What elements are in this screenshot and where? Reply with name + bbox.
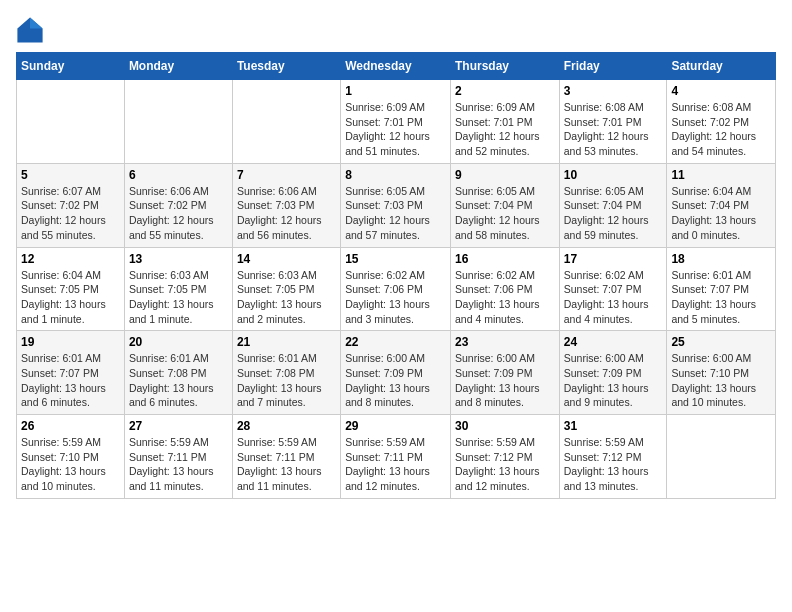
day-info: Sunrise: 6:06 AMSunset: 7:02 PMDaylight:…	[129, 184, 228, 243]
day-number: 12	[21, 252, 120, 266]
weekday-header-friday: Friday	[559, 53, 667, 80]
calendar-week-row: 26Sunrise: 5:59 AMSunset: 7:10 PMDayligh…	[17, 415, 776, 499]
calendar-cell: 7Sunrise: 6:06 AMSunset: 7:03 PMDaylight…	[232, 163, 340, 247]
day-info: Sunrise: 6:05 AMSunset: 7:04 PMDaylight:…	[455, 184, 555, 243]
day-number: 2	[455, 84, 555, 98]
day-number: 27	[129, 419, 228, 433]
calendar-cell: 4Sunrise: 6:08 AMSunset: 7:02 PMDaylight…	[667, 80, 776, 164]
day-number: 24	[564, 335, 663, 349]
calendar-cell: 28Sunrise: 5:59 AMSunset: 7:11 PMDayligh…	[232, 415, 340, 499]
calendar-cell: 20Sunrise: 6:01 AMSunset: 7:08 PMDayligh…	[124, 331, 232, 415]
calendar-cell: 26Sunrise: 5:59 AMSunset: 7:10 PMDayligh…	[17, 415, 125, 499]
calendar-cell: 23Sunrise: 6:00 AMSunset: 7:09 PMDayligh…	[450, 331, 559, 415]
calendar-cell: 11Sunrise: 6:04 AMSunset: 7:04 PMDayligh…	[667, 163, 776, 247]
day-info: Sunrise: 5:59 AMSunset: 7:10 PMDaylight:…	[21, 435, 120, 494]
header	[16, 16, 776, 44]
calendar-cell: 3Sunrise: 6:08 AMSunset: 7:01 PMDaylight…	[559, 80, 667, 164]
day-info: Sunrise: 6:05 AMSunset: 7:03 PMDaylight:…	[345, 184, 446, 243]
day-number: 19	[21, 335, 120, 349]
day-number: 16	[455, 252, 555, 266]
day-number: 25	[671, 335, 771, 349]
day-info: Sunrise: 6:03 AMSunset: 7:05 PMDaylight:…	[237, 268, 336, 327]
calendar-week-row: 5Sunrise: 6:07 AMSunset: 7:02 PMDaylight…	[17, 163, 776, 247]
calendar-week-row: 19Sunrise: 6:01 AMSunset: 7:07 PMDayligh…	[17, 331, 776, 415]
day-info: Sunrise: 6:09 AMSunset: 7:01 PMDaylight:…	[455, 100, 555, 159]
calendar-cell: 1Sunrise: 6:09 AMSunset: 7:01 PMDaylight…	[341, 80, 451, 164]
calendar-cell: 18Sunrise: 6:01 AMSunset: 7:07 PMDayligh…	[667, 247, 776, 331]
day-info: Sunrise: 5:59 AMSunset: 7:12 PMDaylight:…	[455, 435, 555, 494]
weekday-header-thursday: Thursday	[450, 53, 559, 80]
calendar-cell: 19Sunrise: 6:01 AMSunset: 7:07 PMDayligh…	[17, 331, 125, 415]
day-info: Sunrise: 6:01 AMSunset: 7:07 PMDaylight:…	[671, 268, 771, 327]
day-number: 30	[455, 419, 555, 433]
day-number: 14	[237, 252, 336, 266]
logo-icon	[16, 16, 44, 44]
day-info: Sunrise: 6:00 AMSunset: 7:09 PMDaylight:…	[345, 351, 446, 410]
day-number: 28	[237, 419, 336, 433]
day-number: 5	[21, 168, 120, 182]
calendar-cell	[124, 80, 232, 164]
day-info: Sunrise: 6:01 AMSunset: 7:08 PMDaylight:…	[237, 351, 336, 410]
weekday-header-monday: Monday	[124, 53, 232, 80]
calendar-cell: 25Sunrise: 6:00 AMSunset: 7:10 PMDayligh…	[667, 331, 776, 415]
day-number: 1	[345, 84, 446, 98]
calendar-cell: 31Sunrise: 5:59 AMSunset: 7:12 PMDayligh…	[559, 415, 667, 499]
day-number: 21	[237, 335, 336, 349]
svg-marker-1	[30, 17, 43, 28]
day-info: Sunrise: 6:00 AMSunset: 7:10 PMDaylight:…	[671, 351, 771, 410]
calendar-week-row: 12Sunrise: 6:04 AMSunset: 7:05 PMDayligh…	[17, 247, 776, 331]
calendar-cell: 16Sunrise: 6:02 AMSunset: 7:06 PMDayligh…	[450, 247, 559, 331]
calendar-cell	[17, 80, 125, 164]
day-info: Sunrise: 6:08 AMSunset: 7:02 PMDaylight:…	[671, 100, 771, 159]
day-number: 15	[345, 252, 446, 266]
day-number: 9	[455, 168, 555, 182]
day-info: Sunrise: 6:00 AMSunset: 7:09 PMDaylight:…	[564, 351, 663, 410]
day-number: 17	[564, 252, 663, 266]
weekday-header-tuesday: Tuesday	[232, 53, 340, 80]
calendar-cell: 17Sunrise: 6:02 AMSunset: 7:07 PMDayligh…	[559, 247, 667, 331]
logo	[16, 16, 48, 44]
calendar-cell: 29Sunrise: 5:59 AMSunset: 7:11 PMDayligh…	[341, 415, 451, 499]
day-number: 7	[237, 168, 336, 182]
day-info: Sunrise: 6:04 AMSunset: 7:04 PMDaylight:…	[671, 184, 771, 243]
day-info: Sunrise: 6:05 AMSunset: 7:04 PMDaylight:…	[564, 184, 663, 243]
day-number: 31	[564, 419, 663, 433]
day-number: 26	[21, 419, 120, 433]
day-info: Sunrise: 6:02 AMSunset: 7:06 PMDaylight:…	[455, 268, 555, 327]
calendar-cell: 12Sunrise: 6:04 AMSunset: 7:05 PMDayligh…	[17, 247, 125, 331]
calendar-cell: 13Sunrise: 6:03 AMSunset: 7:05 PMDayligh…	[124, 247, 232, 331]
day-info: Sunrise: 6:07 AMSunset: 7:02 PMDaylight:…	[21, 184, 120, 243]
weekday-header-wednesday: Wednesday	[341, 53, 451, 80]
calendar-week-row: 1Sunrise: 6:09 AMSunset: 7:01 PMDaylight…	[17, 80, 776, 164]
day-info: Sunrise: 5:59 AMSunset: 7:12 PMDaylight:…	[564, 435, 663, 494]
day-number: 20	[129, 335, 228, 349]
weekday-header-saturday: Saturday	[667, 53, 776, 80]
day-info: Sunrise: 6:06 AMSunset: 7:03 PMDaylight:…	[237, 184, 336, 243]
calendar-cell: 21Sunrise: 6:01 AMSunset: 7:08 PMDayligh…	[232, 331, 340, 415]
weekday-header-row: SundayMondayTuesdayWednesdayThursdayFrid…	[17, 53, 776, 80]
calendar-cell: 6Sunrise: 6:06 AMSunset: 7:02 PMDaylight…	[124, 163, 232, 247]
day-info: Sunrise: 6:08 AMSunset: 7:01 PMDaylight:…	[564, 100, 663, 159]
day-info: Sunrise: 5:59 AMSunset: 7:11 PMDaylight:…	[345, 435, 446, 494]
day-number: 8	[345, 168, 446, 182]
calendar-cell: 30Sunrise: 5:59 AMSunset: 7:12 PMDayligh…	[450, 415, 559, 499]
day-info: Sunrise: 6:02 AMSunset: 7:07 PMDaylight:…	[564, 268, 663, 327]
day-number: 22	[345, 335, 446, 349]
day-info: Sunrise: 6:02 AMSunset: 7:06 PMDaylight:…	[345, 268, 446, 327]
weekday-header-sunday: Sunday	[17, 53, 125, 80]
day-number: 3	[564, 84, 663, 98]
day-info: Sunrise: 6:01 AMSunset: 7:08 PMDaylight:…	[129, 351, 228, 410]
day-info: Sunrise: 6:01 AMSunset: 7:07 PMDaylight:…	[21, 351, 120, 410]
day-info: Sunrise: 6:09 AMSunset: 7:01 PMDaylight:…	[345, 100, 446, 159]
calendar-header: SundayMondayTuesdayWednesdayThursdayFrid…	[17, 53, 776, 80]
calendar-cell: 15Sunrise: 6:02 AMSunset: 7:06 PMDayligh…	[341, 247, 451, 331]
day-info: Sunrise: 5:59 AMSunset: 7:11 PMDaylight:…	[237, 435, 336, 494]
day-number: 4	[671, 84, 771, 98]
day-number: 11	[671, 168, 771, 182]
calendar-cell: 27Sunrise: 5:59 AMSunset: 7:11 PMDayligh…	[124, 415, 232, 499]
day-number: 6	[129, 168, 228, 182]
day-number: 13	[129, 252, 228, 266]
calendar-cell: 8Sunrise: 6:05 AMSunset: 7:03 PMDaylight…	[341, 163, 451, 247]
day-number: 29	[345, 419, 446, 433]
day-info: Sunrise: 6:04 AMSunset: 7:05 PMDaylight:…	[21, 268, 120, 327]
